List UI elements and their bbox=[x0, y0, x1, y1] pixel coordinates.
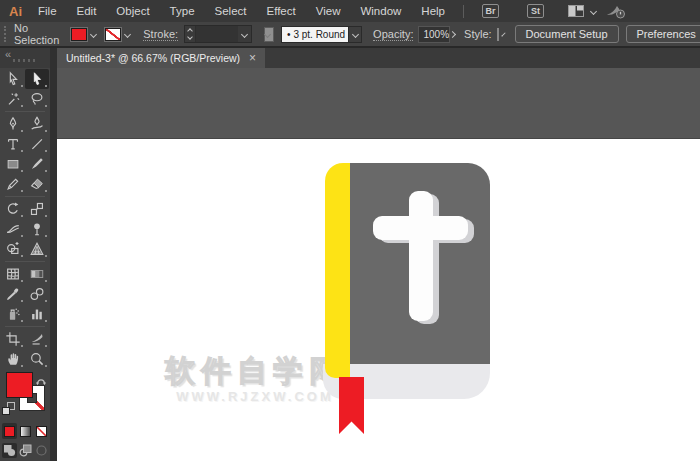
pen-icon bbox=[5, 116, 21, 132]
draw-behind-icon bbox=[19, 444, 32, 457]
mesh-tool[interactable] bbox=[1, 264, 25, 284]
watermark: 软件自学网 WWW.RJZXW.COM bbox=[165, 355, 345, 404]
none-mode-button[interactable] bbox=[34, 423, 49, 439]
stroke-weight-stepper[interactable] bbox=[185, 26, 196, 42]
paintbrush-tool[interactable] bbox=[25, 154, 49, 174]
eraser-tool[interactable] bbox=[25, 174, 49, 194]
menu-window[interactable]: Window bbox=[350, 0, 411, 22]
menu-help[interactable]: Help bbox=[411, 0, 455, 22]
fill-swatch[interactable] bbox=[71, 28, 87, 41]
watermark-url: WWW.RJZXW.COM bbox=[165, 389, 345, 404]
stroke-panel-link[interactable]: Stroke: bbox=[143, 28, 178, 41]
stock-button[interactable]: St bbox=[527, 4, 544, 18]
paint-mode-buttons bbox=[0, 423, 50, 439]
menu-file[interactable]: File bbox=[28, 0, 67, 22]
default-fill-stroke-icon[interactable] bbox=[2, 402, 15, 415]
document-tab[interactable]: Untitled-3* @ 66.67% (RGB/Preview) × bbox=[57, 48, 265, 68]
tab-bar: « Untitled-3* @ 66.67% (RGB/Preview) × bbox=[0, 48, 700, 68]
bible-book-artwork[interactable] bbox=[323, 163, 490, 435]
cross-horizontal bbox=[373, 216, 468, 240]
cs-live-button[interactable] bbox=[606, 4, 626, 19]
style-swatch[interactable] bbox=[497, 28, 499, 41]
brush-definition-value[interactable]: • 3 pt. Round bbox=[282, 27, 348, 42]
opacity-field[interactable]: 100% bbox=[418, 26, 450, 43]
scale-tool[interactable] bbox=[25, 199, 49, 219]
default-fill-mini bbox=[2, 407, 10, 415]
swap-fill-stroke-icon[interactable] bbox=[36, 372, 47, 390]
preferences-button[interactable]: Preferences bbox=[626, 25, 700, 43]
tools-grid bbox=[0, 68, 50, 369]
column-graph-icon bbox=[29, 306, 45, 322]
slice-tool[interactable] bbox=[25, 329, 49, 349]
pen-tool[interactable] bbox=[1, 114, 25, 134]
bridge-button[interactable]: Br bbox=[482, 4, 499, 18]
gradient-tool[interactable] bbox=[25, 264, 49, 284]
menu-effect[interactable]: Effect bbox=[257, 0, 306, 22]
hand-tool[interactable] bbox=[1, 349, 25, 369]
menu-select[interactable]: Select bbox=[205, 0, 257, 22]
stroke-color-dropdown[interactable] bbox=[105, 28, 130, 41]
panel-gutter bbox=[50, 48, 57, 461]
brush-definition-dropdown[interactable] bbox=[348, 27, 361, 42]
fill-indicator[interactable] bbox=[6, 372, 33, 398]
eyedropper-tool[interactable] bbox=[1, 284, 25, 304]
symbol-sprayer-tool[interactable] bbox=[1, 304, 25, 324]
arrange-documents-button[interactable] bbox=[568, 5, 596, 17]
magic-wand-tool[interactable] bbox=[1, 89, 25, 109]
rectangle-tool[interactable] bbox=[1, 154, 25, 174]
selection-tool[interactable] bbox=[1, 69, 25, 89]
stroke-weight-dropdown[interactable] bbox=[238, 26, 251, 42]
menu-view[interactable]: View bbox=[306, 0, 351, 22]
draw-inside-button[interactable] bbox=[34, 443, 49, 458]
menu-object[interactable]: Object bbox=[106, 0, 159, 22]
width-profile-dropdown[interactable] bbox=[264, 27, 274, 42]
rotate-icon bbox=[5, 201, 21, 217]
perspective-grid-tool[interactable] bbox=[25, 239, 49, 259]
line-segment-tool[interactable] bbox=[25, 134, 49, 154]
blend-tool[interactable] bbox=[25, 284, 49, 304]
column-graph-tool[interactable] bbox=[25, 304, 49, 324]
panel-drag-handle[interactable] bbox=[4, 26, 6, 42]
rotate-tool[interactable] bbox=[1, 199, 25, 219]
curvature-tool[interactable] bbox=[25, 114, 49, 134]
document-setup-button[interactable]: Document Setup bbox=[515, 25, 619, 43]
stroke-swatch[interactable] bbox=[105, 28, 121, 41]
stroke-weight-field[interactable] bbox=[196, 26, 238, 42]
magic-wand-icon bbox=[5, 91, 21, 107]
chevron-right-icon bbox=[449, 30, 456, 37]
tools-panel-drag-handle[interactable] bbox=[13, 59, 38, 62]
stroke-weight-combo[interactable] bbox=[184, 25, 252, 43]
gradient-mode-button[interactable] bbox=[18, 423, 33, 439]
shape-builder-tool[interactable] bbox=[1, 239, 25, 259]
fill-stroke-indicator bbox=[0, 371, 50, 421]
opacity-panel-link[interactable]: Opacity: bbox=[373, 28, 413, 41]
draw-behind-button[interactable] bbox=[18, 443, 33, 458]
pencil-tool[interactable] bbox=[1, 174, 25, 194]
chevron-down-icon bbox=[590, 7, 597, 14]
chevron-down-icon bbox=[187, 34, 193, 40]
direct-selection-tool[interactable] bbox=[25, 69, 49, 89]
type-tool[interactable] bbox=[1, 134, 25, 154]
puppet-warp-tool[interactable] bbox=[25, 219, 49, 239]
close-tab-icon[interactable]: × bbox=[249, 52, 256, 64]
fill-color-dropdown[interactable] bbox=[71, 28, 96, 41]
menu-type[interactable]: Type bbox=[160, 0, 205, 22]
draw-normal-button[interactable] bbox=[2, 443, 17, 458]
cs-live-icon bbox=[606, 4, 626, 19]
zoom-tool[interactable] bbox=[25, 349, 49, 369]
drawing-mode-buttons bbox=[0, 443, 50, 458]
collapse-panels-button[interactable]: « bbox=[5, 48, 11, 60]
gradient-mode-icon bbox=[20, 426, 31, 437]
chevron-down-icon bbox=[352, 30, 359, 37]
width-tool[interactable] bbox=[1, 219, 25, 239]
lasso-tool[interactable] bbox=[25, 89, 49, 109]
eraser-icon bbox=[29, 176, 45, 192]
artboard-tool[interactable] bbox=[1, 329, 25, 349]
canvas[interactable]: 软件自学网 WWW.RJZXW.COM bbox=[57, 68, 700, 461]
illustrator-logo: Ai bbox=[9, 4, 22, 19]
color-mode-button[interactable] bbox=[2, 423, 17, 439]
artboard[interactable]: 软件自学网 WWW.RJZXW.COM bbox=[57, 138, 700, 461]
opacity-expand-button[interactable] bbox=[450, 26, 455, 43]
menu-edit[interactable]: Edit bbox=[67, 0, 107, 22]
brush-definition-combo[interactable]: • 3 pt. Round bbox=[281, 26, 362, 43]
